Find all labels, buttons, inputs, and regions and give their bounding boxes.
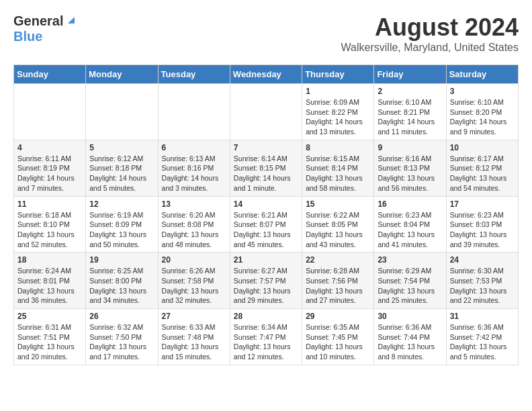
- day-number: 7: [234, 143, 298, 152]
- day-info: Sunrise: 6:12 AM Sunset: 8:18 PM Dayligh…: [89, 154, 154, 193]
- day-number: 11: [17, 199, 82, 209]
- day-number: 14: [234, 199, 298, 209]
- weekday-header-wednesday: Wednesday: [230, 65, 302, 84]
- day-number: 21: [234, 255, 298, 265]
- weekday-header-friday: Friday: [374, 65, 446, 84]
- logo-arrow-icon: [65, 14, 77, 29]
- day-number: 30: [378, 312, 442, 321]
- calendar-day-cell: 6Sunrise: 6:13 AM Sunset: 8:16 PM Daylig…: [158, 140, 230, 196]
- page-header: General Blue August 2024 Walkersville, M…: [13, 13, 519, 54]
- calendar-week-row: 11Sunrise: 6:18 AM Sunset: 8:10 PM Dayli…: [14, 196, 519, 253]
- calendar-day-cell: 29Sunrise: 6:35 AM Sunset: 7:45 PM Dayli…: [302, 309, 374, 365]
- day-number: 12: [89, 199, 154, 209]
- calendar-day-cell: 20Sunrise: 6:26 AM Sunset: 7:58 PM Dayli…: [158, 253, 230, 309]
- day-number: 5: [89, 143, 154, 152]
- day-info: Sunrise: 6:28 AM Sunset: 7:56 PM Dayligh…: [306, 266, 370, 306]
- calendar-day-cell: 30Sunrise: 6:36 AM Sunset: 7:44 PM Dayli…: [374, 309, 446, 365]
- calendar-day-cell: 15Sunrise: 6:22 AM Sunset: 8:05 PM Dayli…: [302, 196, 374, 253]
- calendar-day-cell: 26Sunrise: 6:32 AM Sunset: 7:50 PM Dayli…: [86, 309, 158, 365]
- day-info: Sunrise: 6:13 AM Sunset: 8:16 PM Dayligh…: [162, 154, 226, 193]
- calendar-day-cell: [230, 84, 302, 140]
- day-number: 8: [306, 143, 370, 152]
- svg-marker-0: [68, 17, 75, 24]
- calendar-day-cell: 5Sunrise: 6:12 AM Sunset: 8:18 PM Daylig…: [86, 140, 158, 196]
- calendar-day-cell: 18Sunrise: 6:24 AM Sunset: 8:01 PM Dayli…: [14, 253, 86, 309]
- day-info: Sunrise: 6:34 AM Sunset: 7:47 PM Dayligh…: [234, 322, 298, 362]
- day-info: Sunrise: 6:20 AM Sunset: 8:08 PM Dayligh…: [162, 210, 226, 250]
- calendar-day-cell: 9Sunrise: 6:16 AM Sunset: 8:13 PM Daylig…: [374, 140, 446, 196]
- month-year-title: August 2024: [341, 13, 519, 42]
- day-info: Sunrise: 6:27 AM Sunset: 7:57 PM Dayligh…: [234, 266, 298, 306]
- day-number: 27: [162, 312, 226, 321]
- calendar-week-row: 4Sunrise: 6:11 AM Sunset: 8:19 PM Daylig…: [14, 140, 519, 196]
- day-info: Sunrise: 6:10 AM Sunset: 8:20 PM Dayligh…: [450, 97, 515, 137]
- location-subtitle: Walkersville, Maryland, United States: [341, 42, 519, 54]
- day-info: Sunrise: 6:35 AM Sunset: 7:45 PM Dayligh…: [306, 322, 370, 362]
- calendar-week-row: 25Sunrise: 6:31 AM Sunset: 7:51 PM Dayli…: [14, 309, 519, 365]
- day-info: Sunrise: 6:11 AM Sunset: 8:19 PM Dayligh…: [17, 154, 82, 193]
- calendar-day-cell: 13Sunrise: 6:20 AM Sunset: 8:08 PM Dayli…: [158, 196, 230, 253]
- day-info: Sunrise: 6:29 AM Sunset: 7:54 PM Dayligh…: [378, 266, 442, 306]
- day-number: 29: [306, 312, 370, 321]
- calendar-day-cell: 4Sunrise: 6:11 AM Sunset: 8:19 PM Daylig…: [14, 140, 86, 196]
- day-number: 26: [89, 312, 154, 321]
- day-number: 13: [162, 199, 226, 209]
- day-number: 15: [306, 199, 370, 209]
- day-info: Sunrise: 6:16 AM Sunset: 8:13 PM Dayligh…: [378, 154, 442, 193]
- day-info: Sunrise: 6:18 AM Sunset: 8:10 PM Dayligh…: [17, 210, 82, 250]
- calendar-day-cell: [86, 84, 158, 140]
- calendar-day-cell: [158, 84, 230, 140]
- day-number: 31: [450, 312, 515, 321]
- day-info: Sunrise: 6:09 AM Sunset: 8:22 PM Dayligh…: [306, 97, 370, 137]
- day-info: Sunrise: 6:25 AM Sunset: 8:00 PM Dayligh…: [89, 266, 154, 306]
- day-info: Sunrise: 6:31 AM Sunset: 7:51 PM Dayligh…: [17, 322, 82, 362]
- day-number: 3: [450, 87, 515, 96]
- day-number: 18: [17, 255, 82, 265]
- calendar-day-cell: 22Sunrise: 6:28 AM Sunset: 7:56 PM Dayli…: [302, 253, 374, 309]
- day-info: Sunrise: 6:21 AM Sunset: 8:07 PM Dayligh…: [234, 210, 298, 250]
- calendar-day-cell: 21Sunrise: 6:27 AM Sunset: 7:57 PM Dayli…: [230, 253, 302, 309]
- calendar-day-cell: 14Sunrise: 6:21 AM Sunset: 8:07 PM Dayli…: [230, 196, 302, 253]
- calendar-day-cell: 31Sunrise: 6:36 AM Sunset: 7:42 PM Dayli…: [446, 309, 518, 365]
- day-number: 25: [17, 312, 82, 321]
- day-info: Sunrise: 6:23 AM Sunset: 8:04 PM Dayligh…: [378, 210, 442, 250]
- calendar-day-cell: 8Sunrise: 6:15 AM Sunset: 8:14 PM Daylig…: [302, 140, 374, 196]
- calendar-day-cell: 24Sunrise: 6:30 AM Sunset: 7:53 PM Dayli…: [446, 253, 518, 309]
- day-number: 19: [89, 255, 154, 265]
- title-area: August 2024 Walkersville, Maryland, Unit…: [341, 13, 519, 54]
- day-info: Sunrise: 6:23 AM Sunset: 8:03 PM Dayligh…: [450, 210, 515, 250]
- calendar-day-cell: 2Sunrise: 6:10 AM Sunset: 8:21 PM Daylig…: [374, 84, 446, 140]
- logo-blue: Blue: [13, 29, 42, 44]
- day-info: Sunrise: 6:10 AM Sunset: 8:21 PM Dayligh…: [378, 97, 442, 137]
- day-info: Sunrise: 6:30 AM Sunset: 7:53 PM Dayligh…: [450, 266, 515, 306]
- day-number: 6: [162, 143, 226, 152]
- day-number: 9: [378, 143, 442, 152]
- day-number: 23: [378, 255, 442, 265]
- day-info: Sunrise: 6:22 AM Sunset: 8:05 PM Dayligh…: [306, 210, 370, 250]
- day-number: 2: [378, 87, 442, 96]
- day-info: Sunrise: 6:15 AM Sunset: 8:14 PM Dayligh…: [306, 154, 370, 193]
- day-number: 28: [234, 312, 298, 321]
- day-info: Sunrise: 6:26 AM Sunset: 7:58 PM Dayligh…: [162, 266, 226, 306]
- day-info: Sunrise: 6:32 AM Sunset: 7:50 PM Dayligh…: [89, 322, 154, 362]
- day-info: Sunrise: 6:17 AM Sunset: 8:12 PM Dayligh…: [450, 154, 515, 193]
- weekday-header-saturday: Saturday: [446, 65, 518, 84]
- calendar-day-cell: 27Sunrise: 6:33 AM Sunset: 7:48 PM Dayli…: [158, 309, 230, 365]
- weekday-header-row: SundayMondayTuesdayWednesdayThursdayFrid…: [14, 65, 519, 84]
- calendar-day-cell: [14, 84, 86, 140]
- weekday-header-thursday: Thursday: [302, 65, 374, 84]
- calendar-day-cell: 28Sunrise: 6:34 AM Sunset: 7:47 PM Dayli…: [230, 309, 302, 365]
- day-number: 16: [378, 199, 442, 209]
- day-number: 1: [306, 87, 370, 96]
- calendar-day-cell: 19Sunrise: 6:25 AM Sunset: 8:00 PM Dayli…: [86, 253, 158, 309]
- day-number: 17: [450, 199, 515, 209]
- day-info: Sunrise: 6:36 AM Sunset: 7:42 PM Dayligh…: [450, 322, 515, 362]
- day-info: Sunrise: 6:24 AM Sunset: 8:01 PM Dayligh…: [17, 266, 82, 306]
- logo-general: General: [13, 13, 63, 29]
- calendar-day-cell: 1Sunrise: 6:09 AM Sunset: 8:22 PM Daylig…: [302, 84, 374, 140]
- weekday-header-monday: Monday: [86, 65, 158, 84]
- day-number: 22: [306, 255, 370, 265]
- calendar-day-cell: 17Sunrise: 6:23 AM Sunset: 8:03 PM Dayli…: [446, 196, 518, 253]
- logo: General Blue: [13, 13, 77, 44]
- calendar-day-cell: 25Sunrise: 6:31 AM Sunset: 7:51 PM Dayli…: [14, 309, 86, 365]
